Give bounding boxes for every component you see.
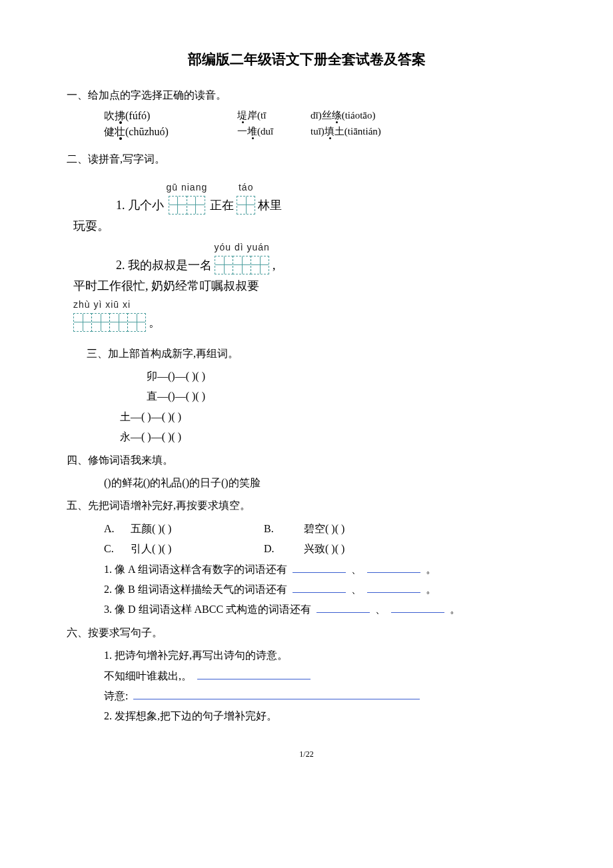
q5-line3a: 3. 像 D 组词语这样 ABCC 式构造的词语还有 (104, 604, 311, 615)
q2-1-py2: táo (239, 181, 253, 195)
q2-2-box1[interactable]: yóu dì yuán (215, 240, 270, 274)
q2-2-tail: , (271, 256, 277, 274)
q1-heading: 一、给加点的字选择正确的读音。 (67, 85, 546, 105)
q2-2-num: 2. (115, 256, 127, 274)
q1-r1c3a: dī)丝绦(tiáotāo) (310, 108, 444, 124)
page-footer: 1/22 (67, 747, 546, 762)
sep: 、 (351, 584, 362, 595)
q5-line1: 1. 像 A 组词语这样含有数字的词语还有 、 。 (67, 560, 546, 580)
blank[interactable] (293, 582, 346, 593)
q3-r1: 卯—()—( )( ) (147, 366, 205, 386)
q5-A-label: A. (104, 519, 131, 539)
period: 。 (426, 564, 436, 575)
q2-1b: 玩耍。 (72, 217, 111, 235)
period: 。 (426, 584, 436, 595)
q6-s1a-row: 不知细叶谁裁出,。 (67, 666, 546, 686)
q5-heading: 五、先把词语增补完好,再按要求填空。 (67, 496, 546, 516)
period: 。 (450, 604, 460, 615)
q5-C-text: 引人( )( ) (131, 539, 264, 559)
q1-body: 吹拂(fúfó) 堤岸(tī dī)丝绦(tiáotāo) 健壮(chūzhuó… (67, 108, 546, 140)
sep: 、 (351, 564, 362, 575)
q2-1-py1: gū niang (167, 181, 208, 195)
blank[interactable] (367, 582, 420, 593)
q1-r1c1: 吹拂(fúfó) (104, 108, 237, 124)
q5-D-text: 兴致( )( ) (304, 539, 344, 559)
q2-2c-py: zhù yì xiū xi (73, 298, 131, 312)
q2-1-box2[interactable]: táo (237, 181, 255, 215)
blank[interactable] (391, 602, 444, 613)
q3-r4: 永—( )—( )( ) (120, 427, 546, 447)
blank[interactable] (293, 562, 346, 573)
q2-2-pre: 我的叔叔是一名 (127, 256, 213, 274)
q3-heading: 三、加上部首构成新字,再组词。 (67, 344, 546, 364)
q6-s1: 1. 把诗句增补完好,再写出诗句的诗意。 (67, 646, 546, 665)
q5-line1a: 1. 像 A 组词语这样含有数字的词语还有 (104, 564, 287, 575)
q4-line: ()的鲜花()的礼品()的日子()的笑脸 (67, 473, 546, 493)
q5-B-text: 碧空( )( ) (304, 519, 344, 539)
q1-r1c2a: 堤岸(tī (237, 108, 310, 124)
q6-s1a: 不知细叶谁裁出,。 (104, 670, 192, 681)
exam-page: 部编版二年级语文下册全套试卷及答案 一、给加点的字选择正确的读音。 吹拂(fúf… (0, 0, 613, 789)
q5-C-label: C. (104, 539, 131, 559)
q2-2c-tail: 。 (147, 314, 162, 332)
q2-2-py: yóu dì yuán (215, 240, 270, 254)
q1-r2c1: 健壮(chūzhuó) (104, 124, 237, 140)
q3-r3: 土—( )—( )( ) (120, 407, 546, 427)
page-title: 部编版二年级语文下册全套试卷及答案 (67, 47, 546, 73)
q2-boxblock: 1. 几个小 gū niang 正在 táo 林里 玩耍。 2. 我的叔叔是一名… (67, 173, 310, 337)
blank-long[interactable] (133, 688, 420, 699)
q3-r2: 直—()—( )( ) (147, 386, 205, 406)
q6-s2: 2. 发挥想象,把下边的句子增补完好。 (67, 706, 546, 726)
q1-r1c3b: tuī)填土(tiāntián) (310, 124, 444, 140)
q2-1-num: 1. (115, 197, 127, 215)
q5-A-text: 五颜( )( ) (131, 519, 264, 539)
q5-line2: 2. 像 B 组词语这样描绘天气的词语还有 、 。 (67, 580, 546, 600)
q5-line2a: 2. 像 B 组词语这样描绘天气的词语还有 (104, 584, 287, 595)
blank[interactable] (367, 562, 420, 573)
q2-1-mid: 正在 (209, 197, 235, 215)
q2-heading: 二、读拼音,写字词。 (67, 149, 546, 169)
blank[interactable] (316, 602, 370, 613)
q1-r1c2b: 一堆(duī (237, 124, 310, 140)
q2-2c-box[interactable]: zhù yì xiū xi (73, 298, 146, 332)
q2-1-post: 林里 (257, 197, 283, 215)
q5-B-label: B. (264, 519, 304, 539)
q6-heading: 六、按要求写句子。 (67, 623, 546, 643)
q6-s1b-row: 诗意: (67, 686, 546, 706)
q5-D-label: D. (264, 539, 304, 559)
q4-heading: 四、修饰词语我来填。 (67, 450, 546, 470)
q6-s1b: 诗意: (104, 690, 128, 701)
q2-2b: 平时工作很忙, 奶奶经常叮嘱叔叔要 (72, 277, 261, 295)
sep: 、 (375, 604, 386, 615)
q5-line3: 3. 像 D 组词语这样 ABCC 式构造的词语还有 、 。 (67, 600, 546, 620)
blank[interactable] (197, 668, 310, 679)
q2-1-pre: 几个小 (127, 197, 165, 215)
q2-1-box1[interactable]: gū niang (167, 181, 208, 215)
